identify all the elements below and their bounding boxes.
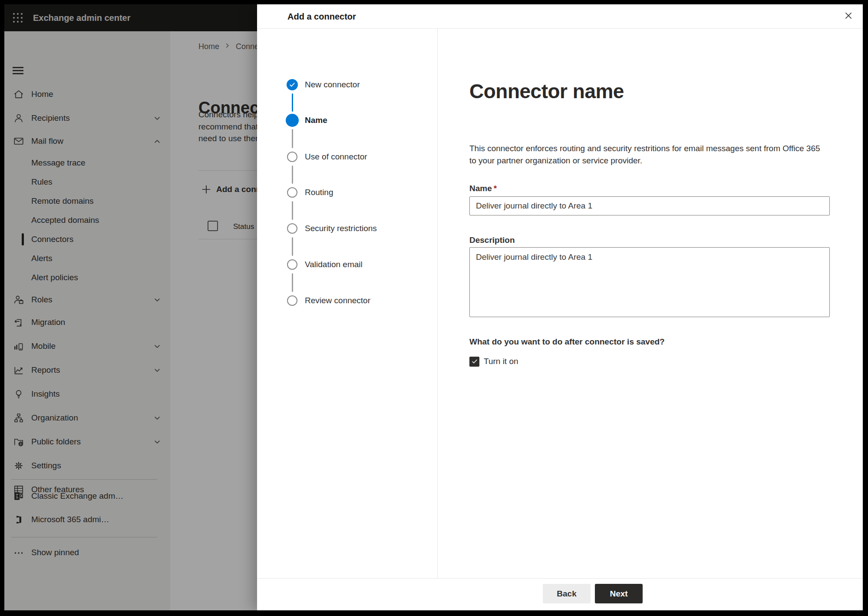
exchange-admin-center: Exchange admin center Home Recipients Ma…: [4, 4, 863, 610]
dialog-footer: Back Next: [257, 578, 863, 610]
description-line: This connector enforces routing and secu…: [469, 142, 820, 155]
name-field-label: Name*: [469, 184, 497, 193]
close-button[interactable]: [840, 8, 857, 25]
wizard-content-panel: Connector name This connector enforces r…: [438, 29, 863, 578]
name-label-text: Name: [469, 184, 492, 193]
required-asterisk: *: [494, 184, 497, 193]
next-button[interactable]: Next: [595, 584, 643, 603]
turn-it-on-label: Turn it on: [484, 357, 518, 366]
step-connector-line: [292, 237, 293, 256]
description-textarea[interactable]: Deliver journal directly to Area 1: [469, 247, 830, 317]
step-completed-icon: [287, 79, 298, 90]
turn-it-on-checkbox-row[interactable]: Turn it on: [469, 356, 518, 367]
step-connector-line: [292, 93, 293, 112]
step-connector-line: [292, 129, 293, 148]
description-field-label: Description: [469, 235, 515, 245]
close-icon: [844, 11, 853, 22]
step-upcoming-icon: [287, 152, 297, 162]
step-connector-line: [292, 273, 293, 292]
step-upcoming-icon: [287, 259, 297, 270]
checkbox-checked-icon[interactable]: [469, 357, 479, 367]
dialog-header: Add a connector: [257, 4, 863, 29]
wizard-steps-panel: New connector Name Use of connector Rout…: [257, 29, 438, 578]
step-label: New connector: [305, 80, 360, 89]
content-description: This connector enforces routing and secu…: [469, 142, 820, 167]
step-label: Review connector: [305, 296, 370, 305]
back-button[interactable]: Back: [543, 584, 591, 603]
step-current-icon: [286, 114, 299, 127]
step-label: Security restrictions: [305, 224, 377, 233]
step-upcoming-icon: [287, 295, 297, 306]
step-label: Name: [305, 116, 327, 125]
step-connector-line: [292, 166, 293, 184]
description-line: to your partner organization or service …: [469, 155, 820, 167]
screenshot-frame: Exchange admin center Home Recipients Ma…: [0, 0, 868, 616]
dialog-title: Add a connector: [287, 4, 356, 29]
after-save-question: What do you want to do after connector i…: [469, 337, 665, 347]
add-connector-dialog: Add a connector New connector Name Use o…: [257, 4, 863, 610]
step-connector-line: [292, 201, 293, 220]
step-label: Use of connector: [305, 152, 367, 162]
step-label: Routing: [305, 188, 333, 197]
name-input[interactable]: [469, 196, 830, 215]
content-heading: Connector name: [469, 79, 624, 103]
step-upcoming-icon: [287, 187, 297, 198]
step-upcoming-icon: [287, 223, 297, 234]
step-label: Validation email: [305, 260, 363, 269]
